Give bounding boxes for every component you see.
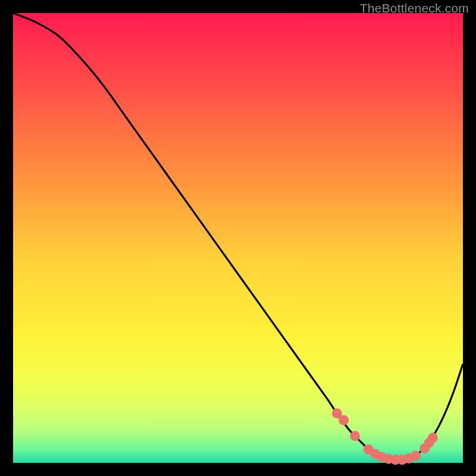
attribution-label: TheBottleneck.com [360,1,469,15]
recommendation-point [428,433,438,443]
plot-background [13,13,463,463]
recommendation-point [350,431,360,441]
recommendation-point [339,415,349,425]
bottleneck-chart [0,0,476,476]
recommendation-point [411,450,421,461]
chart-stage: TheBottleneck.com [0,0,476,476]
